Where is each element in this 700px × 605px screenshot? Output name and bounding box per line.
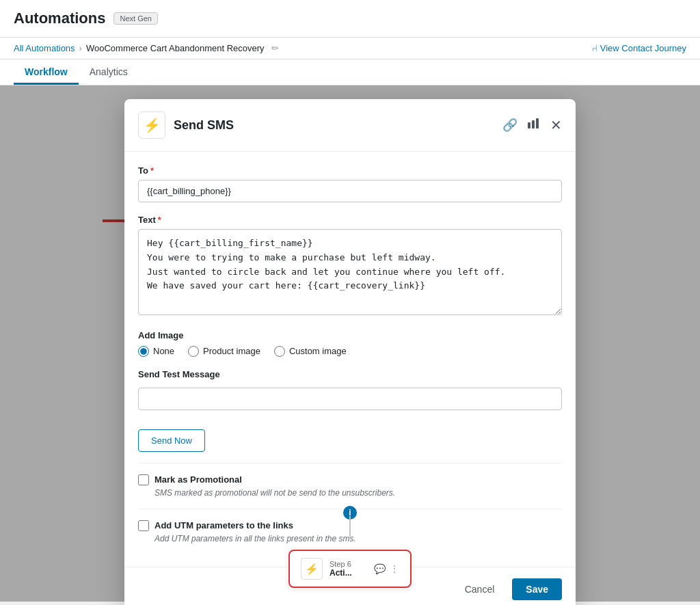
step-node-icon: ⚡ — [301, 558, 323, 580]
cancel-button[interactable]: Cancel — [454, 578, 506, 600]
to-input[interactable] — [138, 180, 562, 202]
breadcrumb-edit-icon[interactable]: ✏ — [271, 43, 279, 53]
send-test-label: Send Test Message — [138, 369, 562, 379]
close-icon[interactable]: ✕ — [550, 117, 562, 133]
step-label: Step 6 — [329, 560, 367, 568]
lightning-icon: ⚡ — [144, 117, 161, 133]
radio-product-image[interactable]: Product image — [188, 346, 260, 357]
step-more-icon[interactable]: ⋮ — [390, 563, 399, 574]
to-field-group: To * — [138, 165, 562, 202]
test-message-input[interactable] — [138, 388, 562, 410]
add-image-label: Add Image — [138, 330, 562, 340]
modal-title: Send SMS — [174, 118, 494, 133]
mark-promotional-hint: SMS marked as promotional will not be se… — [154, 488, 562, 498]
tab-bar: Workflow Analytics — [0, 59, 700, 85]
view-contact-label: View Contact Journey — [600, 43, 686, 53]
mark-promotional-row: Mark as Promotional — [138, 474, 562, 485]
next-gen-badge: Next Gen — [113, 12, 157, 25]
modal-header-actions: 🔗 ✕ — [502, 117, 562, 133]
main-area: ⚡ Send SMS 🔗 ✕ — [0, 85, 700, 602]
tab-workflow-label: Workflow — [25, 66, 68, 77]
add-image-group: Add Image None Product image Custom i — [138, 330, 562, 357]
step-comment-icon[interactable]: 💬 — [374, 563, 386, 574]
svg-rect-6 — [536, 118, 539, 129]
radio-none[interactable]: None — [138, 346, 174, 357]
tab-analytics[interactable]: Analytics — [79, 59, 139, 85]
utm-params-checkbox[interactable] — [138, 520, 149, 531]
divider-1 — [138, 463, 562, 463]
page-title: Automations — [14, 10, 105, 27]
text-required-star: * — [158, 215, 161, 225]
tab-analytics-label: Analytics — [90, 66, 128, 77]
radio-product-label: Product image — [203, 346, 260, 356]
fork-icon: ⑁ — [592, 43, 597, 53]
radio-custom-label: Custom image — [289, 346, 347, 356]
breadcrumb-separator: › — [79, 43, 82, 53]
mark-promotional-checkbox[interactable] — [138, 474, 149, 485]
view-contact-journey[interactable]: ⑁ View Contact Journey — [592, 43, 686, 53]
text-field-group: Text * Hey {{cart_billing_first_name}} Y… — [138, 215, 562, 318]
modal-header: ⚡ Send SMS 🔗 ✕ — [124, 99, 576, 152]
mark-promotional-section: Mark as Promotional SMS marked as promot… — [138, 474, 562, 498]
text-textarea[interactable]: Hey {{cart_billing_first_name}} You were… — [138, 229, 562, 315]
step-actions: 💬 ⋮ — [374, 563, 399, 574]
modal-body: To * Text * Hey {{cart_billing_first_nam… — [124, 152, 576, 567]
radio-custom-image[interactable]: Custom image — [274, 346, 347, 357]
send-test-group: Send Test Message — [138, 369, 562, 410]
step-node: ⚡ Step 6 Acti... 💬 ⋮ — [288, 550, 412, 588]
to-label: To * — [138, 165, 562, 176]
tab-workflow[interactable]: Workflow — [14, 59, 79, 85]
top-header: Automations Next Gen — [0, 0, 700, 38]
text-label: Text * — [138, 215, 562, 225]
svg-rect-5 — [532, 120, 535, 129]
mark-promotional-label: Mark as Promotional — [154, 474, 242, 485]
breadcrumb-all-automations[interactable]: All Automations — [14, 43, 75, 53]
step-name: Acti... — [329, 568, 367, 578]
breadcrumb-bar: All Automations › WooCommerce Cart Aband… — [0, 38, 700, 59]
link-icon[interactable]: 🔗 — [502, 118, 517, 133]
modal-icon: ⚡ — [138, 111, 165, 139]
radio-none-input[interactable] — [138, 346, 149, 357]
utm-params-hint: Add UTM parameters in all the links pres… — [154, 534, 562, 543]
step-node-text: Step 6 Acti... — [329, 560, 367, 578]
chart-icon[interactable] — [527, 118, 541, 132]
to-required-star: * — [150, 165, 154, 176]
svg-rect-4 — [528, 122, 530, 129]
breadcrumb-current: WooCommerce Cart Abandonment Recovery — [86, 43, 265, 53]
send-now-button[interactable]: Send Now — [138, 429, 205, 452]
radio-custom-input[interactable] — [274, 346, 285, 357]
save-button[interactable]: Save — [512, 578, 562, 600]
radio-none-label: None — [153, 346, 174, 356]
utm-params-label: Add UTM parameters to the links — [154, 520, 293, 530]
connector-line — [349, 516, 351, 537]
image-options: None Product image Custom image — [138, 346, 562, 357]
radio-product-input[interactable] — [188, 346, 199, 357]
